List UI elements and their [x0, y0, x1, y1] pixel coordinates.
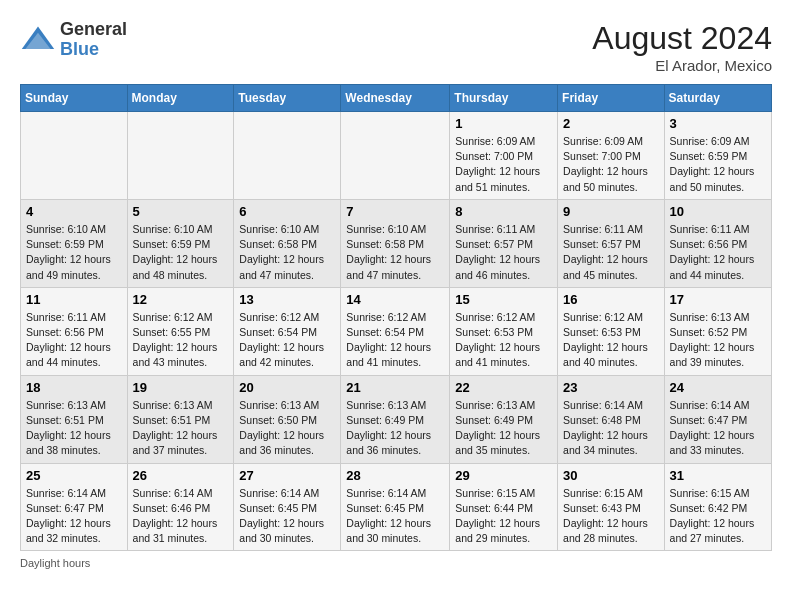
calendar-cell: 11Sunrise: 6:11 AMSunset: 6:56 PMDayligh…: [21, 287, 128, 375]
calendar-header: Sunday Monday Tuesday Wednesday Thursday…: [21, 85, 772, 112]
day-info: Sunrise: 6:15 AMSunset: 6:43 PMDaylight:…: [563, 487, 648, 545]
day-number: 7: [346, 204, 444, 219]
calendar-cell: 8Sunrise: 6:11 AMSunset: 6:57 PMDaylight…: [450, 199, 558, 287]
day-info: Sunrise: 6:11 AMSunset: 6:57 PMDaylight:…: [563, 223, 648, 281]
day-number: 5: [133, 204, 229, 219]
calendar-week-3: 11Sunrise: 6:11 AMSunset: 6:56 PMDayligh…: [21, 287, 772, 375]
day-number: 13: [239, 292, 335, 307]
day-number: 19: [133, 380, 229, 395]
day-info: Sunrise: 6:15 AMSunset: 6:42 PMDaylight:…: [670, 487, 755, 545]
calendar-table: Sunday Monday Tuesday Wednesday Thursday…: [20, 84, 772, 551]
calendar-cell: 17Sunrise: 6:13 AMSunset: 6:52 PMDayligh…: [664, 287, 771, 375]
logo-icon: [20, 22, 56, 58]
month-year: August 2024: [592, 20, 772, 57]
day-number: 25: [26, 468, 122, 483]
day-number: 9: [563, 204, 659, 219]
calendar-cell: 30Sunrise: 6:15 AMSunset: 6:43 PMDayligh…: [558, 463, 665, 551]
day-info: Sunrise: 6:09 AMSunset: 7:00 PMDaylight:…: [455, 135, 540, 193]
day-info: Sunrise: 6:14 AMSunset: 6:48 PMDaylight:…: [563, 399, 648, 457]
footer-note: Daylight hours: [20, 557, 772, 569]
day-number: 23: [563, 380, 659, 395]
calendar-cell: 31Sunrise: 6:15 AMSunset: 6:42 PMDayligh…: [664, 463, 771, 551]
day-info: Sunrise: 6:14 AMSunset: 6:47 PMDaylight:…: [26, 487, 111, 545]
day-info: Sunrise: 6:13 AMSunset: 6:49 PMDaylight:…: [455, 399, 540, 457]
day-number: 14: [346, 292, 444, 307]
calendar-cell: 26Sunrise: 6:14 AMSunset: 6:46 PMDayligh…: [127, 463, 234, 551]
day-info: Sunrise: 6:14 AMSunset: 6:46 PMDaylight:…: [133, 487, 218, 545]
col-sunday: Sunday: [21, 85, 128, 112]
day-number: 26: [133, 468, 229, 483]
day-info: Sunrise: 6:14 AMSunset: 6:47 PMDaylight:…: [670, 399, 755, 457]
calendar-cell: 16Sunrise: 6:12 AMSunset: 6:53 PMDayligh…: [558, 287, 665, 375]
day-number: 16: [563, 292, 659, 307]
day-number: 15: [455, 292, 552, 307]
header-row: Sunday Monday Tuesday Wednesday Thursday…: [21, 85, 772, 112]
col-tuesday: Tuesday: [234, 85, 341, 112]
calendar-cell: 15Sunrise: 6:12 AMSunset: 6:53 PMDayligh…: [450, 287, 558, 375]
day-info: Sunrise: 6:10 AMSunset: 6:58 PMDaylight:…: [346, 223, 431, 281]
calendar-cell: 9Sunrise: 6:11 AMSunset: 6:57 PMDaylight…: [558, 199, 665, 287]
logo-general: General: [60, 19, 127, 39]
calendar-cell: 18Sunrise: 6:13 AMSunset: 6:51 PMDayligh…: [21, 375, 128, 463]
logo-text: General Blue: [60, 20, 127, 60]
calendar-cell: 21Sunrise: 6:13 AMSunset: 6:49 PMDayligh…: [341, 375, 450, 463]
calendar-cell: [341, 112, 450, 200]
calendar-cell: 24Sunrise: 6:14 AMSunset: 6:47 PMDayligh…: [664, 375, 771, 463]
day-number: 2: [563, 116, 659, 131]
day-info: Sunrise: 6:10 AMSunset: 6:58 PMDaylight:…: [239, 223, 324, 281]
day-number: 30: [563, 468, 659, 483]
day-info: Sunrise: 6:14 AMSunset: 6:45 PMDaylight:…: [239, 487, 324, 545]
day-info: Sunrise: 6:13 AMSunset: 6:51 PMDaylight:…: [133, 399, 218, 457]
calendar-cell: 19Sunrise: 6:13 AMSunset: 6:51 PMDayligh…: [127, 375, 234, 463]
calendar-cell: 14Sunrise: 6:12 AMSunset: 6:54 PMDayligh…: [341, 287, 450, 375]
day-number: 22: [455, 380, 552, 395]
calendar-week-4: 18Sunrise: 6:13 AMSunset: 6:51 PMDayligh…: [21, 375, 772, 463]
col-wednesday: Wednesday: [341, 85, 450, 112]
location: El Arador, Mexico: [592, 57, 772, 74]
day-number: 4: [26, 204, 122, 219]
day-number: 3: [670, 116, 766, 131]
day-info: Sunrise: 6:12 AMSunset: 6:53 PMDaylight:…: [563, 311, 648, 369]
calendar-cell: [234, 112, 341, 200]
day-number: 21: [346, 380, 444, 395]
col-monday: Monday: [127, 85, 234, 112]
day-info: Sunrise: 6:13 AMSunset: 6:50 PMDaylight:…: [239, 399, 324, 457]
day-info: Sunrise: 6:13 AMSunset: 6:51 PMDaylight:…: [26, 399, 111, 457]
day-number: 24: [670, 380, 766, 395]
calendar-cell: 10Sunrise: 6:11 AMSunset: 6:56 PMDayligh…: [664, 199, 771, 287]
day-number: 1: [455, 116, 552, 131]
calendar-cell: 3Sunrise: 6:09 AMSunset: 6:59 PMDaylight…: [664, 112, 771, 200]
calendar-cell: 7Sunrise: 6:10 AMSunset: 6:58 PMDaylight…: [341, 199, 450, 287]
col-friday: Friday: [558, 85, 665, 112]
calendar-week-1: 1Sunrise: 6:09 AMSunset: 7:00 PMDaylight…: [21, 112, 772, 200]
calendar-cell: 23Sunrise: 6:14 AMSunset: 6:48 PMDayligh…: [558, 375, 665, 463]
calendar-cell: 25Sunrise: 6:14 AMSunset: 6:47 PMDayligh…: [21, 463, 128, 551]
calendar-cell: 6Sunrise: 6:10 AMSunset: 6:58 PMDaylight…: [234, 199, 341, 287]
day-info: Sunrise: 6:11 AMSunset: 6:56 PMDaylight:…: [26, 311, 111, 369]
day-info: Sunrise: 6:12 AMSunset: 6:54 PMDaylight:…: [346, 311, 431, 369]
page-header: General Blue August 2024 El Arador, Mexi…: [20, 20, 772, 74]
col-saturday: Saturday: [664, 85, 771, 112]
calendar-cell: 2Sunrise: 6:09 AMSunset: 7:00 PMDaylight…: [558, 112, 665, 200]
day-number: 11: [26, 292, 122, 307]
calendar-cell: 29Sunrise: 6:15 AMSunset: 6:44 PMDayligh…: [450, 463, 558, 551]
calendar-cell: 5Sunrise: 6:10 AMSunset: 6:59 PMDaylight…: [127, 199, 234, 287]
col-thursday: Thursday: [450, 85, 558, 112]
day-info: Sunrise: 6:12 AMSunset: 6:53 PMDaylight:…: [455, 311, 540, 369]
calendar-week-2: 4Sunrise: 6:10 AMSunset: 6:59 PMDaylight…: [21, 199, 772, 287]
day-number: 10: [670, 204, 766, 219]
logo-blue: Blue: [60, 39, 99, 59]
title-block: August 2024 El Arador, Mexico: [592, 20, 772, 74]
day-number: 31: [670, 468, 766, 483]
day-info: Sunrise: 6:11 AMSunset: 6:57 PMDaylight:…: [455, 223, 540, 281]
day-info: Sunrise: 6:12 AMSunset: 6:54 PMDaylight:…: [239, 311, 324, 369]
day-number: 28: [346, 468, 444, 483]
day-number: 17: [670, 292, 766, 307]
calendar-cell: 12Sunrise: 6:12 AMSunset: 6:55 PMDayligh…: [127, 287, 234, 375]
day-info: Sunrise: 6:15 AMSunset: 6:44 PMDaylight:…: [455, 487, 540, 545]
calendar-cell: 20Sunrise: 6:13 AMSunset: 6:50 PMDayligh…: [234, 375, 341, 463]
day-info: Sunrise: 6:12 AMSunset: 6:55 PMDaylight:…: [133, 311, 218, 369]
logo: General Blue: [20, 20, 127, 60]
day-info: Sunrise: 6:09 AMSunset: 7:00 PMDaylight:…: [563, 135, 648, 193]
day-number: 20: [239, 380, 335, 395]
